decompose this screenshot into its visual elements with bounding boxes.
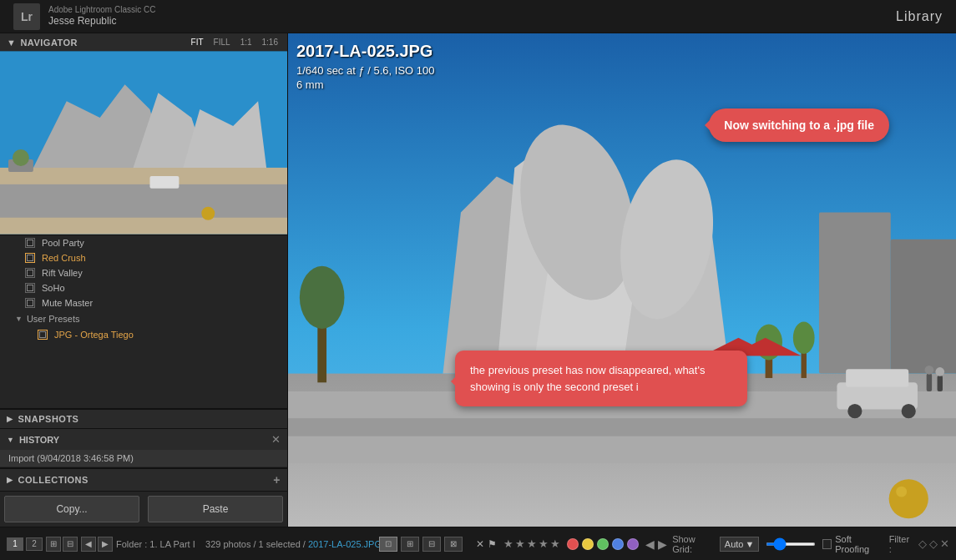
pick-flag-btn[interactable]: ⚑ [488,538,497,550]
user-presets-arrow: ▼ [15,315,23,323]
preset-rift-valley[interactable]: Rift Valley [0,265,287,280]
star-5[interactable]: ★ [550,537,560,550]
folder-name: Folder : 1. LA Part I [116,539,195,549]
star-4[interactable]: ★ [539,537,549,550]
app-title: Adobe Lightroom Classic CC Jesse Republi… [48,5,155,27]
preset-jpg-ortega[interactable]: JPG - Ortega Tiego [0,327,287,342]
color-blue[interactable] [612,538,624,550]
app-name: Adobe Lightroom Classic CC [48,5,155,15]
grid-auto-label: Auto [725,539,744,549]
nav-buttons-center: ◀ ▶ [645,537,667,551]
nav-ratio[interactable]: 1:16 [260,37,281,48]
loupe-view-btn[interactable]: ⊟ [63,537,78,552]
copy-button[interactable]: Copy... [4,496,139,522]
navigator-header[interactable]: ▼ Navigator FIT FILL 1:1 1:16 [0,33,287,51]
snapshots-header[interactable]: ▶ Snapshots [0,409,287,428]
view-compare-btn[interactable]: ⊟ [422,537,441,552]
preset-red-crush[interactable]: Red Crush [0,250,287,265]
star-2[interactable]: ★ [515,537,525,550]
soft-proofing-checkbox[interactable] [822,539,832,549]
filter-icon-3[interactable]: ✕ [940,537,949,550]
preset-label: Red Crush [42,253,86,263]
preset-soho[interactable]: SoHo [0,280,287,295]
prev-photo-btn[interactable]: ◀ [645,537,655,551]
view-grid-btn[interactable]: ⊡ [379,537,397,552]
top-bar: Lr Adobe Lightroom Classic CC Jesse Repu… [0,0,956,33]
nav-preview-image [0,51,287,235]
color-labels [567,538,639,550]
nav-fit[interactable]: FIT [189,37,206,48]
svg-point-38 [896,487,907,497]
history-header[interactable]: ▼ History ✕ [0,429,287,450]
grid-dropdown[interactable]: Auto ▼ [720,537,760,552]
svg-rect-8 [149,176,179,189]
collections-label: Collections [18,475,89,485]
svg-point-37 [889,479,928,518]
bottom-left: 1 2 ⊞ ⊟ ◀ ▶ Folder : 1. LA Part I 329 ph… [7,537,374,552]
filter-icon-2[interactable]: ◇ [929,537,938,550]
svg-point-36 [935,367,944,376]
collections-section: ▶ Collections + [0,467,287,491]
navigator-section: ▼ Navigator FIT FILL 1:1 1:16 [0,33,287,235]
page-1-btn[interactable]: 1 [7,537,23,551]
navigator-preview [0,51,287,235]
history-section: ▼ History ✕ Import (9/04/2018 3:46:58 PM… [0,428,287,467]
reject-flag-btn[interactable]: ✕ [476,538,484,550]
preset-label: JPG - Ortega Tiego [54,330,134,340]
page-2-btn[interactable]: 2 [26,537,43,551]
filter-icons: ◇ ◇ ✕ [918,537,949,550]
filter-icon-1[interactable]: ◇ [918,537,927,550]
snapshots-label: Snapshots [18,414,79,424]
main-layout: ▼ Navigator FIT FILL 1:1 1:16 [0,33,956,527]
center-panel: 2017-LA-025.JPG 1/640 sec at ƒ / 5.6, IS… [288,33,956,527]
next-arrow[interactable]: ▶ [98,537,113,552]
nav-fill[interactable]: FILL [211,37,233,48]
grid-dropdown-arrow: ▼ [745,539,754,549]
user-presets-group[interactable]: ▼ User Presets [0,310,287,327]
collections-add-btn[interactable]: + [273,473,281,487]
snapshots-arrow: ▶ [7,415,13,423]
page-indicator: 1 2 [7,537,43,551]
history-arrow: ▼ [7,436,14,444]
svg-point-34 [925,366,934,375]
svg-rect-21 [819,213,891,374]
tooltip-switching: Now switching to a .jpg file [709,108,889,142]
prev-arrow[interactable]: ◀ [81,537,96,552]
preset-label: SoHo [42,283,65,293]
star-rating: ★ ★ ★ ★ ★ [503,537,560,550]
module-switcher[interactable]: Library [896,9,943,24]
preset-pool-party[interactable]: Pool Party [0,235,287,250]
history-item[interactable]: Import (9/04/2018 3:46:58 PM) [0,450,287,467]
svg-rect-35 [938,376,943,391]
star-3[interactable]: ★ [527,537,537,550]
preset-label: Pool Party [42,238,84,248]
filter-label: Filter : [889,534,912,554]
flag-buttons: ✕ ⚑ [476,538,497,550]
grid-slider[interactable] [766,542,816,546]
navigator-title: ▼ Navigator [7,38,78,48]
current-filename[interactable]: 2017-LA-025.JPG [308,539,382,549]
image-focal-length: 6 mm [296,78,435,91]
color-red[interactable] [567,538,579,550]
collections-header[interactable]: ▶ Collections + [0,468,287,491]
next-photo-btn[interactable]: ▶ [658,537,667,551]
preset-mute-master[interactable]: Mute Master [0,295,287,310]
soft-proofing-toggle[interactable]: Soft Proofing [822,534,882,554]
paste-button[interactable]: Paste [148,496,283,522]
color-green[interactable] [597,538,609,550]
color-purple[interactable] [627,538,639,550]
svg-point-9 [201,207,215,220]
color-yellow[interactable] [582,538,594,550]
view-loupe-btn[interactable]: ⊞ [401,537,419,552]
soft-proofing-label: Soft Proofing [835,534,882,554]
preset-icon [25,268,35,278]
history-header-left: ▼ History [7,435,59,445]
layout-buttons: ⊞ ⊟ [46,537,78,552]
view-survey-btn[interactable]: ⊠ [444,537,463,552]
star-1[interactable]: ★ [503,537,513,550]
user-name: Jesse Republic [48,15,155,27]
image-exposure: 1/640 sec at ƒ / 5.6, ISO 100 [296,64,435,77]
grid-view-btn[interactable]: ⊞ [46,537,61,552]
history-close-btn[interactable]: ✕ [271,433,281,446]
nav-1to1[interactable]: 1:1 [238,37,255,48]
